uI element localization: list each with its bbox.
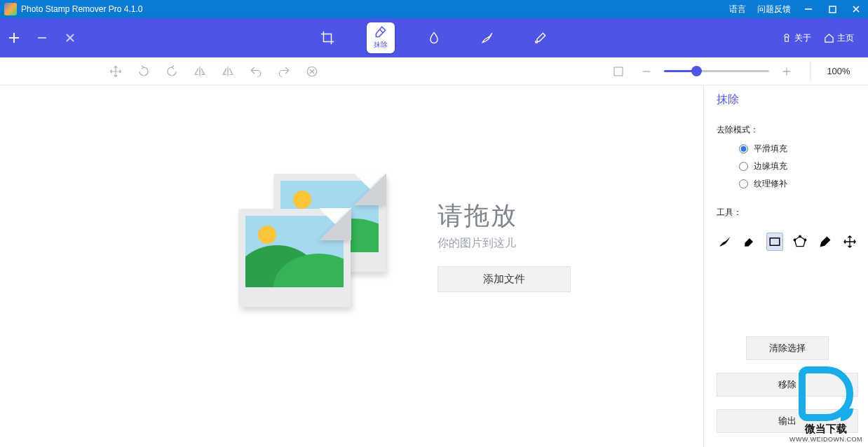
edit-toolbar: 100% xyxy=(0,57,868,85)
move-selection-icon[interactable] xyxy=(841,233,858,251)
brush-mode-button[interactable] xyxy=(473,22,501,53)
maximize-button[interactable] xyxy=(820,0,844,18)
svg-point-6 xyxy=(799,235,801,238)
flip-horizontal-button[interactable] xyxy=(189,61,210,82)
rotate-right-button[interactable] xyxy=(161,61,182,82)
right-panel: 抹除 去除模式： 平滑填充 边缘填充 纹理修补 工具： 清除选择 移除 输出 xyxy=(704,85,868,447)
clone-mode-button[interactable] xyxy=(527,22,555,53)
undo-button[interactable] xyxy=(245,61,266,82)
add-file-button[interactable]: 添加文件 xyxy=(438,266,571,292)
brush-tool-icon[interactable] xyxy=(717,233,733,251)
clear-selection-button[interactable]: 清除选择 xyxy=(746,336,829,360)
rotate-left-button[interactable] xyxy=(133,61,154,82)
minimize-button[interactable] xyxy=(796,0,820,18)
svg-rect-4 xyxy=(614,67,623,76)
mode-texture-radio[interactable]: 纹理修补 xyxy=(739,178,858,190)
language-link[interactable]: 语言 xyxy=(724,4,752,15)
color-mode-button[interactable] xyxy=(420,22,448,53)
panel-title: 抹除 xyxy=(717,92,858,107)
zoom-value: 100% xyxy=(823,66,854,76)
app-logo-icon xyxy=(4,3,17,15)
title-bar: Photo Stamp Remover Pro 4.1.0 语言 问题反馈 xyxy=(0,0,868,18)
flip-vertical-button[interactable] xyxy=(217,61,238,82)
about-link[interactable]: 关于 xyxy=(778,29,815,47)
svg-rect-5 xyxy=(770,238,780,246)
fit-screen-button[interactable] xyxy=(608,61,629,82)
clear-button[interactable] xyxy=(301,61,323,82)
add-document-button[interactable] xyxy=(0,18,28,57)
feedback-link[interactable]: 问题反馈 xyxy=(752,4,796,15)
drop-subtitle: 你的图片到这儿 xyxy=(438,236,571,251)
left-gutter xyxy=(0,85,105,447)
main-toolbar: 抹除 关于 主页 xyxy=(0,18,868,57)
zoom-slider[interactable] xyxy=(664,70,769,72)
redo-button[interactable] xyxy=(273,61,294,82)
close-button[interactable] xyxy=(844,0,868,18)
svg-rect-0 xyxy=(829,6,836,13)
rectangle-tool-icon[interactable] xyxy=(766,233,783,251)
drop-zone-image-icon xyxy=(238,174,414,317)
svg-rect-2 xyxy=(785,37,789,41)
mode-section-label: 去除模式： xyxy=(717,124,858,136)
erase-mode-label: 抹除 xyxy=(374,40,388,50)
move-tool-button[interactable] xyxy=(105,61,126,82)
window-title: Photo Stamp Remover Pro 4.1.0 xyxy=(21,4,142,14)
remove-button[interactable]: 移除 xyxy=(717,373,858,397)
home-link[interactable]: 主页 xyxy=(820,29,858,47)
svg-point-7 xyxy=(804,239,806,241)
crop-mode-button[interactable] xyxy=(313,22,341,53)
zoom-in-button[interactable] xyxy=(776,61,797,82)
output-button[interactable]: 输出 xyxy=(717,409,858,433)
erase-mode-button[interactable]: 抹除 xyxy=(367,22,395,53)
pen-tool-icon[interactable] xyxy=(817,233,834,251)
drop-title: 请拖放 xyxy=(438,199,571,233)
remove-document-button[interactable] xyxy=(28,18,56,57)
canvas-drop-zone[interactable]: 请拖放 你的图片到这儿 添加文件 xyxy=(105,85,703,447)
polygon-tool-icon[interactable] xyxy=(792,233,808,251)
close-document-button[interactable] xyxy=(56,18,84,57)
svg-point-1 xyxy=(536,41,538,43)
mode-edge-radio[interactable]: 边缘填充 xyxy=(739,160,858,172)
tools-section-label: 工具： xyxy=(717,207,858,219)
svg-point-8 xyxy=(794,239,796,241)
eraser-tool-icon[interactable] xyxy=(742,233,759,251)
zoom-out-button[interactable] xyxy=(636,61,657,82)
mode-smooth-radio[interactable]: 平滑填充 xyxy=(739,143,858,155)
